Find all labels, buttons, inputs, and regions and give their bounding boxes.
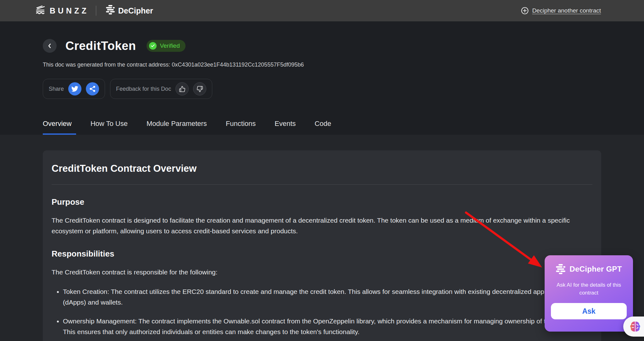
thumbs-up-icon — [179, 86, 186, 92]
tab-how-to-use[interactable]: How To Use — [86, 118, 132, 135]
feedback-box: Feedback for this Doc — [110, 79, 212, 99]
gpt-popup-title: DeCipher GPT — [569, 265, 622, 273]
thumbs-up-button[interactable] — [175, 82, 189, 95]
responsibilities-heading: Responsibilities — [52, 249, 592, 259]
verified-label: Verified — [160, 42, 180, 49]
ask-button[interactable]: Ask — [551, 303, 627, 319]
responsibilities-intro: The CreditToken contract is responsible … — [52, 267, 592, 278]
decipher-stack-icon — [106, 5, 115, 16]
decipher-gpt-stack-icon — [556, 264, 566, 274]
share-nodes-icon — [89, 85, 96, 92]
decipher-another-contract-link[interactable]: Decipher another contract — [521, 7, 601, 15]
share-link-button[interactable] — [86, 82, 99, 95]
feedback-label: Feedback for this Doc — [116, 86, 171, 92]
share-label: Share — [49, 86, 64, 92]
app-header: BUNZZ DeCipher Decipher another contract — [0, 0, 644, 21]
another-contract-label: Decipher another contract — [532, 7, 601, 14]
thumbs-down-icon — [197, 86, 203, 92]
thumbs-down-button[interactable] — [193, 82, 206, 95]
tab-overview[interactable]: Overview — [43, 118, 76, 135]
decipher-wordmark: DeCipher — [118, 6, 153, 15]
card-title: CreditToken Contract Overview — [52, 163, 592, 174]
tab-module-parameters[interactable]: Module Parameters — [142, 118, 211, 135]
contract-address-note: This doc was generated from the contract… — [43, 62, 601, 68]
decipher-logo[interactable]: DeCipher — [106, 5, 153, 16]
card-divider — [52, 184, 592, 185]
back-button[interactable] — [43, 39, 57, 53]
gpt-launcher-pill[interactable] — [623, 317, 644, 337]
list-item: Token Creation: The contract utilizes th… — [63, 286, 592, 308]
responsibilities-list: Token Creation: The contract utilizes th… — [52, 286, 592, 341]
chevron-left-icon — [47, 43, 53, 49]
overview-card: CreditToken Contract Overview Purpose Th… — [43, 150, 601, 341]
verified-check-icon — [149, 42, 157, 50]
doc-tabs: Overview How To Use Module Parameters Fu… — [43, 118, 601, 135]
bunzz-layers-icon — [35, 5, 46, 17]
tab-code[interactable]: Code — [310, 118, 336, 135]
plus-circle-icon — [521, 7, 529, 15]
brand-area: BUNZZ DeCipher — [35, 5, 153, 17]
tab-events[interactable]: Events — [270, 118, 300, 135]
share-box: Share — [43, 79, 105, 99]
list-item: Ownership Management: The contract imple… — [63, 316, 592, 337]
decipher-gpt-popup: DeCipher GPT Ask AI for the details of t… — [545, 255, 633, 332]
bunzz-logo[interactable]: BUNZZ — [35, 5, 89, 17]
brand-divider — [96, 6, 96, 16]
purpose-paragraph: The CreditToken contract is designed to … — [52, 215, 592, 236]
page-title: CreditToken — [65, 39, 136, 53]
tab-functions[interactable]: Functions — [221, 118, 260, 135]
purpose-heading: Purpose — [52, 197, 592, 207]
brain-icon — [629, 320, 641, 333]
gpt-popup-subtitle: Ask AI for the details of this contract — [552, 281, 625, 297]
bunzz-wordmark: BUNZZ — [50, 6, 89, 15]
share-twitter-button[interactable] — [68, 82, 81, 95]
verified-badge: Verified — [147, 40, 185, 52]
twitter-icon — [71, 85, 78, 92]
doc-header-section: CreditToken Verified This doc was genera… — [0, 21, 644, 135]
